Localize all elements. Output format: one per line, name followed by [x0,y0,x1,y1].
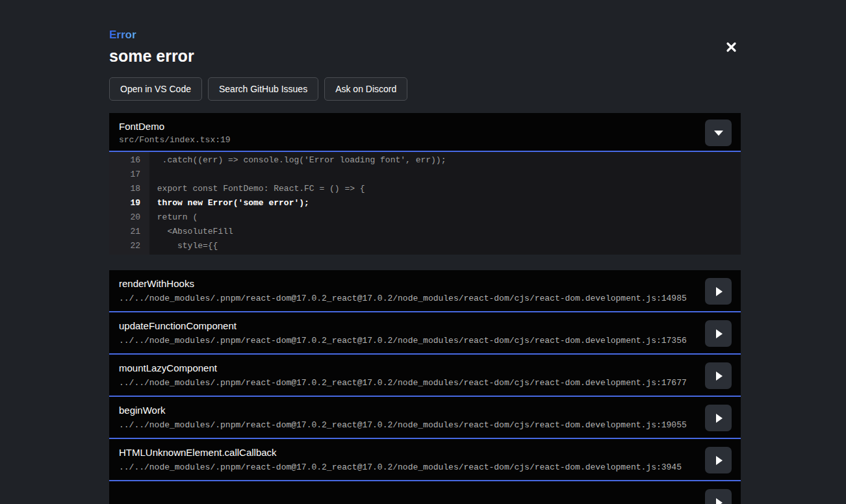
expand-frame-button[interactable] [705,447,732,473]
play-icon [716,372,723,381]
stack-frame-function: HTMLUnknownElement.callCallback [119,447,731,459]
line-number: 18 [109,182,149,196]
code-frame-header: FontDemo src/Fonts/index.tsx:19 [109,113,741,152]
code-line-text: return ( [149,210,198,225]
action-buttons: Open in VS CodeSearch GitHub IssuesAsk o… [109,77,741,101]
code-line-text: .catch((err) => console.log('Error loadi… [149,153,446,168]
search-github-issues-button[interactable]: Search GitHub Issues [208,77,318,101]
code-row: 16 .catch((err) => console.log('Error lo… [109,153,741,168]
stack-frame: HTMLUnknownElement.callCallback ../../no… [109,439,741,481]
stack-frame: mountLazyComponent ../../node_modules/.p… [109,355,741,397]
code-row: 18 export const FontDemo: React.FC = () … [109,182,741,196]
line-number: 20 [109,210,149,225]
stack-frame: updateFunctionComponent ../../node_modul… [109,312,741,355]
code-frame-title: FontDemo [119,121,731,132]
expand-frame-button[interactable] [705,362,732,389]
stack-trace: renderWithHooks ../../node_modules/.pnpm… [109,270,741,504]
open-in-vscode-button[interactable]: Open in VS Code [109,77,202,101]
expand-frame-button[interactable] [705,489,732,504]
code-row: 20 return ( [109,210,741,225]
code-line-text: <AbsoluteFill [149,225,233,239]
line-number: 17 [109,168,149,182]
stack-frame-partial [109,481,741,504]
stack-frame: renderWithHooks ../../node_modules/.pnpm… [109,270,741,312]
stack-frame-path: ../../node_modules/.pnpm/react-dom@17.0.… [119,420,731,431]
stack-frame: beginWork ../../node_modules/.pnpm/react… [109,397,741,439]
collapse-code-button[interactable] [705,120,732,146]
code-frame-location: src/Fonts/index.tsx:19 [119,135,731,145]
code-line-text [149,168,152,182]
stack-frame-path: ../../node_modules/.pnpm/react-dom@17.0.… [119,336,731,346]
play-icon [716,414,723,423]
expand-frame-button[interactable] [705,278,732,305]
line-number: 21 [109,225,149,239]
play-icon [716,329,723,338]
error-type-label: Error [109,29,136,42]
code-frame-panel: FontDemo src/Fonts/index.tsx:19 16 .catc… [109,113,741,255]
error-message: some error [109,47,741,66]
code-line-text: throw new Error('some error'); [149,196,309,210]
stack-frame-function: renderWithHooks [119,278,731,290]
overlay-content: Error some error Open in VS CodeSearch G… [109,0,741,504]
line-number: 16 [109,153,149,168]
stack-frame-path: ../../node_modules/.pnpm/react-dom@17.0.… [119,294,731,304]
code-row: 22 style={{ [109,239,741,253]
code-line-text: style={{ [149,239,218,253]
code-row: 21 <AbsoluteFill [109,225,741,239]
line-number: 22 [109,239,149,253]
code-row: 19 throw new Error('some error'); [109,196,741,210]
code-block: 16 .catch((err) => console.log('Error lo… [109,152,741,255]
code-line-text: export const FontDemo: React.FC = () => … [149,182,365,196]
code-row: 17 [109,168,741,182]
chevron-down-icon [714,131,723,136]
line-number: 19 [109,196,149,210]
ask-on-discord-button[interactable]: Ask on Discord [324,77,407,101]
play-icon [716,456,723,465]
stack-frame-function: beginWork [119,405,731,416]
stack-frame-path: ../../node_modules/.pnpm/react-dom@17.0.… [119,462,731,473]
play-icon [716,287,723,296]
stack-frame-path: ../../node_modules/.pnpm/react-dom@17.0.… [119,378,731,388]
expand-frame-button[interactable] [705,405,732,431]
stack-frame-function: updateFunctionComponent [119,320,731,332]
expand-frame-button[interactable] [705,320,732,347]
play-icon [716,498,723,504]
stack-frame-function: mountLazyComponent [119,362,731,374]
